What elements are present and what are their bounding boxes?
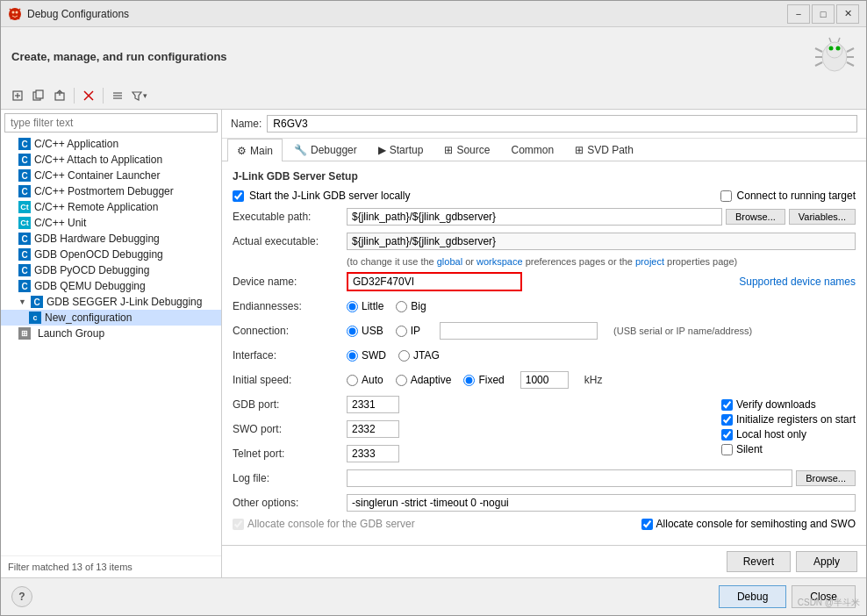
allocate-semihosting-item: Allocate console for semihosting and SWO bbox=[641, 518, 856, 530]
device-name-input[interactable] bbox=[347, 272, 522, 291]
speed-value-input[interactable] bbox=[520, 371, 569, 389]
log-file-browse-button[interactable]: Browse... bbox=[796, 470, 856, 486]
ports-left: GDB port: SWO port: Telnet port: bbox=[233, 395, 713, 469]
tab-main[interactable]: ⚙ Main bbox=[227, 139, 283, 161]
speed-auto-option[interactable]: Auto bbox=[347, 374, 383, 386]
executable-browse-button[interactable]: Browse... bbox=[726, 209, 785, 225]
telnet-port-input[interactable] bbox=[347, 445, 399, 462]
name-input[interactable] bbox=[267, 115, 857, 133]
silent-item: Silent bbox=[721, 443, 856, 455]
gdb-port-input[interactable] bbox=[347, 396, 399, 413]
endianness-big-option[interactable]: Big bbox=[396, 300, 426, 312]
tab-svd-path[interactable]: ⊞ SVD Path bbox=[565, 139, 643, 161]
allocate-console-checkbox[interactable] bbox=[233, 519, 244, 530]
delete-button[interactable] bbox=[79, 86, 98, 105]
collapse-all-button[interactable] bbox=[108, 86, 127, 105]
cpp-attach-icon: C bbox=[18, 154, 31, 166]
speed-adaptive-radio[interactable] bbox=[396, 375, 407, 386]
connection-usb-option[interactable]: USB bbox=[347, 325, 383, 337]
verify-downloads-checkbox[interactable] bbox=[721, 399, 733, 411]
revert-button[interactable]: Revert bbox=[727, 551, 791, 572]
interface-swd-radio[interactable] bbox=[347, 350, 358, 362]
tree-item-gdb-qemu[interactable]: C GDB QEMU Debugging bbox=[1, 278, 221, 294]
swo-port-row: SWO port: bbox=[233, 419, 713, 439]
project-link[interactable]: project bbox=[635, 256, 664, 267]
endianness-little-option[interactable]: Little bbox=[347, 300, 383, 312]
startup-tab-label: Startup bbox=[390, 144, 424, 156]
export-button[interactable] bbox=[50, 86, 69, 105]
duplicate-button[interactable] bbox=[29, 86, 48, 105]
tree-item-gdb-pyocd[interactable]: C GDB PyOCD Debugging bbox=[1, 262, 221, 278]
tab-source[interactable]: ⊞ Source bbox=[434, 139, 499, 161]
tab-startup[interactable]: ▶ Startup bbox=[369, 139, 434, 161]
tree-item-new-config[interactable]: c New_configuration bbox=[1, 310, 221, 326]
tab-common[interactable]: Common bbox=[501, 139, 563, 161]
global-link[interactable]: global bbox=[437, 256, 462, 267]
endianness-little-radio[interactable] bbox=[347, 301, 358, 312]
speed-adaptive-option[interactable]: Adaptive bbox=[396, 374, 452, 386]
speed-auto-label: Auto bbox=[362, 374, 383, 386]
minimize-button[interactable]: − bbox=[787, 4, 810, 24]
interface-jtag-radio[interactable] bbox=[398, 350, 410, 362]
connect-target-checkbox[interactable] bbox=[720, 190, 732, 202]
speed-fixed-radio[interactable] bbox=[463, 375, 475, 386]
actual-executable-input[interactable] bbox=[347, 233, 856, 250]
debugger-tab-icon: 🔧 bbox=[294, 144, 307, 156]
tree-item-gdb-openocd[interactable]: C GDB OpenOCD Debugging bbox=[1, 247, 221, 262]
tree-item-cpp-unit[interactable]: Ct C/C++ Unit bbox=[1, 215, 221, 231]
left-panel: C C/C++ Application C C/C++ Attach to Ap… bbox=[1, 110, 222, 577]
help-button[interactable]: ? bbox=[11, 586, 32, 607]
log-file-input[interactable] bbox=[347, 469, 792, 487]
tree-item-cpp-postmortem[interactable]: C C/C++ Postmortem Debugger bbox=[1, 183, 221, 199]
gdb-hw-icon: C bbox=[18, 233, 31, 245]
local-host-item: Local host only bbox=[721, 428, 856, 441]
other-options-row: Other options: bbox=[233, 493, 856, 512]
tree-item-cpp-attach[interactable]: C C/C++ Attach to Application bbox=[1, 152, 221, 168]
right-checkboxes: Verify downloads Initialize registers on… bbox=[721, 395, 856, 455]
log-file-label: Log file: bbox=[233, 472, 347, 484]
workspace-link[interactable]: workspace bbox=[476, 256, 523, 267]
cpp-unit-label: C/C++ Unit bbox=[34, 217, 86, 229]
init-registers-checkbox[interactable] bbox=[721, 414, 733, 426]
other-options-input[interactable] bbox=[347, 494, 856, 512]
filter-button[interactable]: ▾ bbox=[129, 86, 148, 105]
maximize-button[interactable]: □ bbox=[812, 4, 835, 24]
local-host-checkbox[interactable] bbox=[721, 429, 733, 441]
gdb-openocd-icon: C bbox=[18, 248, 31, 261]
close-button[interactable]: ✕ bbox=[836, 4, 859, 24]
executable-variables-button[interactable]: Variables... bbox=[789, 209, 856, 225]
tab-debugger[interactable]: 🔧 Debugger bbox=[284, 139, 367, 161]
interface-jtag-option[interactable]: JTAG bbox=[398, 349, 440, 362]
new-config-button[interactable] bbox=[8, 86, 27, 105]
speed-auto-radio[interactable] bbox=[347, 375, 358, 386]
tree-item-gdb-segger[interactable]: ▼ C GDB SEGGER J-Link Debugging bbox=[1, 294, 221, 310]
ip-address-input[interactable] bbox=[440, 322, 598, 340]
telnet-port-label: Telnet port: bbox=[233, 448, 347, 460]
speed-fixed-label: Fixed bbox=[478, 374, 504, 386]
endianness-row: Endiannesses: Little Big bbox=[233, 297, 856, 316]
connection-ip-radio[interactable] bbox=[396, 326, 407, 337]
tree-item-cpp-app[interactable]: C C/C++ Application bbox=[1, 136, 221, 152]
interface-jtag-label: JTAG bbox=[413, 349, 440, 362]
interface-swd-option[interactable]: SWD bbox=[347, 349, 386, 362]
tree-item-launch-group[interactable]: ⊞ Launch Group bbox=[1, 326, 221, 341]
debug-button[interactable]: Debug bbox=[719, 585, 786, 608]
gdb-segger-icon: C bbox=[31, 296, 43, 308]
speed-fixed-option[interactable]: Fixed bbox=[463, 374, 504, 386]
window-controls: − □ ✕ bbox=[787, 4, 859, 24]
initial-speed-label: Initial speed: bbox=[233, 374, 347, 386]
executable-path-input[interactable] bbox=[347, 208, 722, 226]
silent-checkbox[interactable] bbox=[721, 444, 733, 455]
connection-usb-radio[interactable] bbox=[347, 326, 358, 337]
tree-item-gdb-hw[interactable]: C GDB Hardware Debugging bbox=[1, 231, 221, 247]
apply-button[interactable]: Apply bbox=[796, 551, 857, 572]
connection-ip-option[interactable]: IP bbox=[396, 325, 420, 337]
swo-port-input[interactable] bbox=[347, 420, 399, 438]
tree-item-cpp-container[interactable]: C C/C++ Container Launcher bbox=[1, 168, 221, 183]
tree-item-cpp-remote[interactable]: Ct C/C++ Remote Application bbox=[1, 199, 221, 215]
filter-input[interactable] bbox=[4, 113, 218, 133]
start-server-checkbox[interactable] bbox=[233, 190, 244, 202]
endianness-big-radio[interactable] bbox=[396, 301, 407, 312]
allocate-semihosting-checkbox[interactable] bbox=[641, 519, 653, 530]
supported-device-names-link[interactable]: Supported device names bbox=[739, 276, 856, 288]
